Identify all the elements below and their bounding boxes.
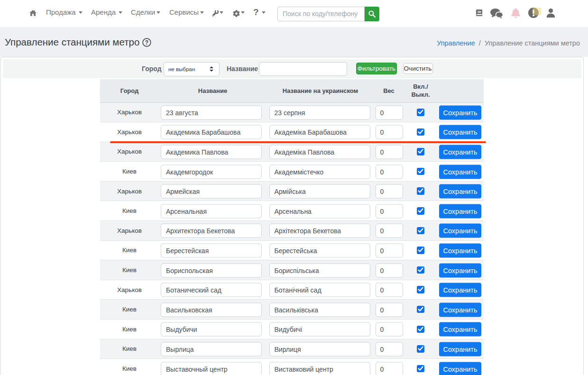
svg-text:?: ? <box>145 39 148 46</box>
